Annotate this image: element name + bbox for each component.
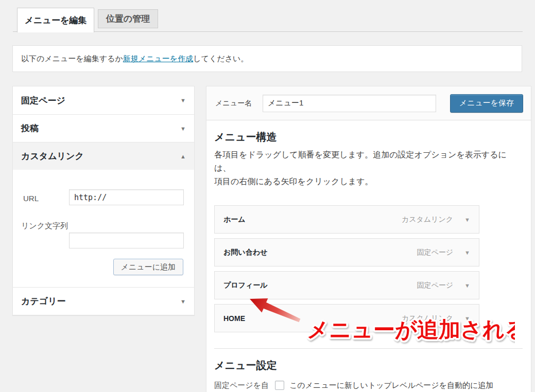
accordion-pages[interactable]: 固定ページ ▼	[13, 86, 194, 114]
accordion-posts[interactable]: 投稿 ▼	[13, 114, 194, 142]
tab-edit-menus-label: メニューを編集	[25, 14, 87, 26]
chevron-down-icon[interactable]: ▼	[464, 315, 470, 322]
link-text-input[interactable]	[69, 233, 184, 248]
chevron-down-icon[interactable]: ▼	[180, 298, 186, 305]
menu-item-name: ホーム	[223, 215, 246, 224]
auto-add-pages-row: 固定ページを自動追加 このメニューに新しいトップレベルページを自動的に追加	[214, 380, 531, 392]
menu-item-list: ホーム カスタムリンク ▼ お問い合わせ 固定ページ ▼ プロフィール 固定ペー…	[214, 205, 479, 332]
chevron-down-icon[interactable]: ▼	[180, 126, 186, 132]
chevron-up-icon[interactable]: ▲	[180, 153, 186, 159]
link-text-label: リンク文字列	[21, 221, 68, 231]
add-menu-items-column: 固定ページ ▼ 投稿 ▼ カスタムリンク ▲ URL リンク文字列 メニューに追…	[12, 86, 195, 315]
accordion-categories[interactable]: カテゴリー ▼	[13, 287, 194, 315]
menu-item-type: カスタムリンク	[402, 215, 453, 224]
structure-description-line1: 各項目をドラッグして順番を変更します。追加の設定オプションを表示するには、	[214, 148, 523, 175]
chevron-down-icon[interactable]: ▼	[464, 282, 470, 289]
menu-item-type: 固定ページ	[417, 248, 453, 257]
accordion-custom-links-label: カスタムリンク	[21, 150, 84, 162]
auto-add-pages-description: このメニューに新しいトップレベルページを自動的に追加	[289, 380, 516, 391]
menu-item-profile[interactable]: プロフィール 固定ページ ▼	[214, 271, 479, 299]
menu-name-label: メニュー名	[215, 99, 252, 108]
menu-item-name: HOME	[223, 314, 245, 323]
chevron-down-icon[interactable]: ▼	[464, 217, 470, 223]
menu-item-type: 固定ページ	[417, 281, 453, 290]
custom-link-form: URL リンク文字列 メニューに追加	[13, 170, 194, 287]
menu-item-name: プロフィール	[223, 281, 268, 290]
structure-description-line2: 項目の右側にある矢印をクリックします。	[214, 175, 523, 188]
menu-name-bar: メニュー名 メニューを保存	[206, 86, 531, 120]
settings-divider	[214, 348, 523, 349]
auto-add-pages-label: 固定ページを自動追加	[214, 380, 270, 392]
menu-editor-panel: メニュー名 メニューを保存 メニュー構造 各項目をドラッグして順番を変更します。…	[206, 86, 531, 392]
accordion-categories-label: カテゴリー	[21, 295, 66, 307]
menu-item-type: カスタムリンク	[402, 314, 453, 323]
menu-settings-heading: メニュー設定	[214, 359, 531, 371]
accordion-posts-label: 投稿	[21, 122, 39, 134]
menu-structure-heading: メニュー構造	[214, 131, 531, 143]
add-to-menu-button[interactable]: メニューに追加	[113, 259, 183, 275]
accordion-pages-label: 固定ページ	[21, 95, 65, 106]
menu-item-home-en[interactable]: HOME カスタムリンク ▼	[214, 304, 479, 332]
menu-item-contact[interactable]: お問い合わせ 固定ページ ▼	[214, 238, 479, 266]
create-new-menu-link[interactable]: 新規メニューを作成	[123, 54, 193, 64]
chevron-down-icon[interactable]: ▼	[180, 97, 186, 103]
tab-manage-locations-label: 位置の管理	[106, 13, 150, 25]
tab-edit-menus[interactable]: メニューを編集	[17, 8, 94, 32]
url-label: URL	[23, 194, 39, 203]
accordion-custom-links[interactable]: カスタムリンク ▲	[13, 142, 194, 170]
menu-item-home-jp[interactable]: ホーム カスタムリンク ▼	[214, 205, 479, 234]
edit-menu-notice: 以下のメニューを編集するか新規メニューを作成してください。	[12, 45, 522, 72]
notice-text-after: してください。	[193, 54, 248, 64]
tab-manage-locations[interactable]: 位置の管理	[98, 9, 158, 28]
notice-text-before: 以下のメニューを編集するか	[21, 54, 123, 64]
url-input[interactable]	[69, 189, 184, 205]
menu-item-name: お問い合わせ	[223, 248, 267, 257]
menu-name-input[interactable]	[263, 95, 436, 112]
save-menu-button[interactable]: メニューを保存	[450, 94, 523, 113]
auto-add-pages-checkbox[interactable]	[275, 381, 284, 390]
chevron-down-icon[interactable]: ▼	[464, 250, 470, 256]
